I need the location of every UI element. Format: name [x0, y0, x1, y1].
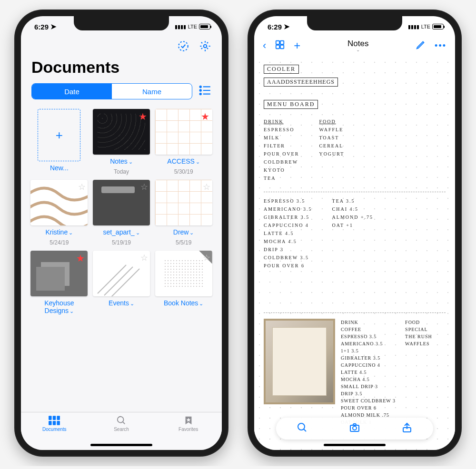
svg-point-3: [200, 89, 201, 91]
star-icon: ★: [201, 111, 209, 122]
chevron-down-icon: ⌄: [136, 230, 140, 235]
divider: [264, 313, 446, 313]
notch: [307, 16, 402, 30]
doc-notes[interactable]: ★ Notes⌄ Today: [93, 109, 150, 175]
doc-access[interactable]: ★ ACCESS⌄ 5/30/19: [155, 109, 212, 175]
doc-kristine[interactable]: ☆ Kristine⌄ 5/24/19: [30, 180, 88, 246]
drinks-list: ESPRESSOMILKFILTERPOUR OVERCOLDBREWKYOTO…: [264, 126, 299, 182]
doc-set-apart[interactable]: ☆ set_apart_⌄ 5/19/19: [93, 180, 150, 246]
foods-list: WAFFLETOASTCEREALYOGURT: [319, 126, 344, 158]
share-icon[interactable]: [401, 422, 413, 435]
svg-point-2: [200, 86, 201, 88]
net-label: LTE: [188, 24, 197, 29]
svg-rect-9: [53, 416, 56, 420]
phone-left: 6:29 ➤ ▮▮▮▮ LTE Documents Date Name: [14, 10, 228, 457]
notch: [74, 16, 169, 30]
sync-icon[interactable]: [177, 40, 189, 52]
phone-right: 6:29 ➤ ▮▮▮▮ LTE ‹ + Notes ⌄: [248, 10, 462, 457]
search-icon[interactable]: [297, 422, 308, 435]
pencil-icon[interactable]: [416, 39, 426, 52]
home-indicator[interactable]: [90, 444, 152, 446]
chevron-down-icon: ⌄: [129, 159, 133, 165]
svg-point-1: [204, 45, 207, 48]
star-icon: ★: [139, 111, 147, 122]
note-header: ‹ + Notes ⌄ •••: [254, 37, 455, 55]
sort-date[interactable]: Date: [32, 84, 112, 99]
star-icon: ★: [76, 253, 85, 264]
chevron-down-icon: ⌄: [196, 159, 200, 165]
photo-col-drink: DRINKCOFFEEESPRESSO 3.5AMERICANO 3.51+1 …: [341, 319, 396, 426]
doc-drew[interactable]: ☆ Drew⌄ 5/5/19: [155, 180, 212, 246]
tab-documents[interactable]: Documents: [21, 415, 88, 450]
cooler-sub: AAADDSSTEEEHHEGS: [264, 78, 338, 87]
battery-icon: [199, 24, 210, 29]
back-icon[interactable]: ‹: [263, 39, 266, 52]
embedded-photo[interactable]: [264, 319, 335, 404]
signal-icon: ▮▮▮▮: [175, 24, 186, 30]
doc-book-notes[interactable]: ☆ Book Notes⌄: [155, 251, 212, 315]
note-toolbar: [276, 418, 433, 440]
photo-col-food: FOODSPECIALTHE RUSHWAFFLES: [405, 319, 432, 426]
divider: [264, 192, 446, 192]
price-list-right: TEA 3.5CHAI 4.5ALMOND +.75OAT +1: [332, 197, 374, 270]
svg-rect-18: [276, 45, 279, 49]
chevron-down-icon: ⌄: [199, 301, 203, 306]
svg-rect-13: [57, 421, 60, 425]
signal-icon: ▮▮▮▮: [408, 24, 419, 30]
svg-point-0: [178, 41, 188, 51]
chevron-down-icon: ⌄: [69, 230, 73, 235]
chevron-down-icon: ⌄: [69, 308, 74, 314]
page-title: Documents: [21, 56, 222, 83]
svg-rect-12: [53, 421, 56, 425]
grid-icon[interactable]: [275, 39, 285, 52]
doc-events[interactable]: ☆ Events⌄: [93, 251, 150, 315]
svg-rect-8: [49, 416, 52, 420]
svg-point-23: [353, 426, 357, 430]
svg-rect-11: [49, 421, 52, 425]
battery-icon: [432, 24, 444, 29]
settings-icon[interactable]: [199, 40, 211, 52]
note-canvas[interactable]: COOLER AAADDSSTEEEHHEGS MENU BOARD DRINK…: [254, 57, 455, 450]
svg-point-20: [298, 423, 305, 430]
screen-right: 6:29 ➤ ▮▮▮▮ LTE ‹ + Notes ⌄: [254, 16, 455, 450]
document-grid: + New... ★ Notes⌄ Today ★ ACCESS⌄ 5/30/1…: [21, 107, 222, 315]
plus-icon[interactable]: +: [38, 109, 80, 161]
chevron-down-icon: ⌄: [130, 301, 134, 306]
camera-icon[interactable]: [349, 422, 360, 435]
price-list-left: ESPRESSO 3.5AMERICANO 3.5GIBRALTER 3.5CA…: [264, 197, 312, 270]
net-label: LTE: [421, 24, 430, 29]
doc-new[interactable]: + New...: [30, 109, 88, 175]
status-time: 6:29: [268, 23, 282, 31]
star-outline-icon: ☆: [140, 182, 148, 192]
status-time: 6:29: [34, 23, 49, 31]
heading-cooler: COOLER: [264, 65, 299, 74]
svg-rect-16: [276, 41, 279, 44]
svg-line-15: [123, 422, 125, 424]
star-outline-icon: ☆: [203, 253, 210, 263]
svg-rect-10: [57, 416, 60, 420]
sort-name[interactable]: Name: [112, 84, 192, 99]
header-actions: [21, 37, 222, 56]
note-title[interactable]: Notes ⌄: [347, 39, 368, 52]
sort-segmented[interactable]: Date Name: [31, 83, 192, 99]
more-icon[interactable]: •••: [435, 41, 446, 51]
svg-line-21: [304, 429, 306, 431]
chevron-down-icon: ⌄: [189, 230, 194, 235]
svg-rect-19: [280, 45, 284, 49]
location-icon: ➤: [50, 22, 57, 31]
star-outline-icon: ☆: [203, 182, 210, 192]
view-list-icon[interactable]: [199, 85, 211, 98]
svg-point-4: [200, 93, 201, 95]
doc-keyhouse[interactable]: ★ Keyhouse Designs⌄: [30, 251, 88, 315]
add-icon[interactable]: +: [294, 39, 300, 52]
screen-left: 6:29 ➤ ▮▮▮▮ LTE Documents Date Name: [21, 16, 222, 450]
location-icon: ➤: [284, 22, 290, 31]
home-indicator[interactable]: [324, 444, 386, 446]
heading-menu: MENU BOARD: [264, 100, 318, 109]
svg-rect-17: [280, 41, 284, 44]
chevron-down-icon: ⌄: [356, 48, 360, 52]
svg-point-14: [118, 417, 124, 423]
tab-bar: Documents Search Favorites: [21, 412, 222, 450]
tab-favorites[interactable]: Favorites: [155, 415, 222, 450]
